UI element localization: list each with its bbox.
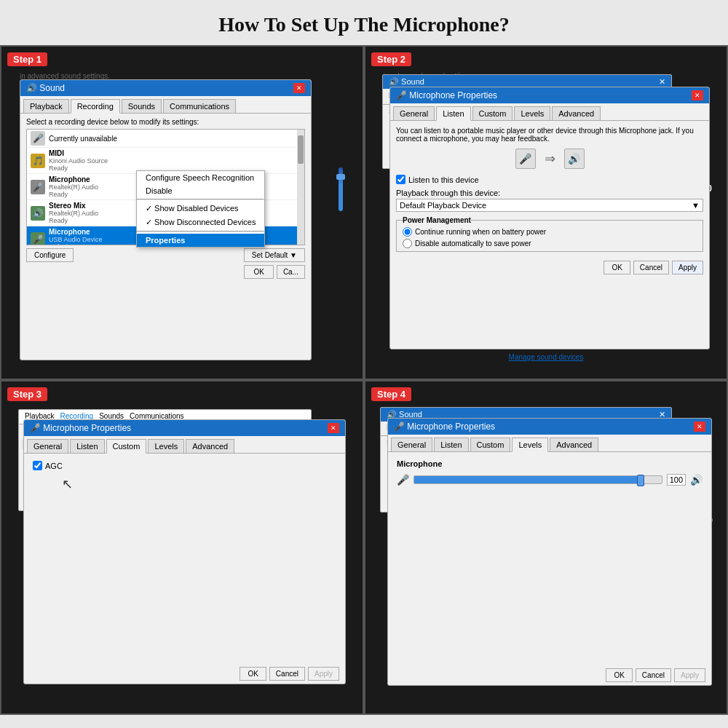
step4-tab-custom[interactable]: Custom — [470, 438, 511, 451]
step2-mic-props: 🎤 Microphone Properties ✕ General Listen… — [389, 87, 710, 349]
tab-communications[interactable]: Communications — [163, 99, 236, 113]
ctx-speech[interactable]: Configure Speech Recognition — [137, 171, 264, 184]
step2-listen-checkbox-row: Listen to this device — [396, 175, 703, 184]
step2-playback-select[interactable]: Default Playback Device ▼ — [396, 199, 703, 212]
step2-ok-btn[interactable]: OK — [604, 261, 630, 274]
step-3-cell: Step 3 Playback Recording Sounds Communi… — [0, 380, 364, 715]
step-4-label: Step 4 — [371, 387, 411, 401]
sound-tabs: Playback Recording Sounds Communications — [20, 96, 311, 114]
step4-mic-title: 🎤 Microphone Properties ✕ — [388, 419, 711, 435]
step2-listen-desc: You can listen to a portable music playe… — [396, 127, 703, 143]
tab-playback[interactable]: Playback — [23, 99, 69, 113]
device-item-unavailable: 🎤 Currently unavailable — [27, 130, 304, 148]
step4-level-slider[interactable] — [414, 475, 662, 484]
device-name-unavailable: Currently unavailable — [49, 135, 117, 143]
step2-cancel-btn[interactable]: Cancel — [633, 261, 669, 274]
step2-tab-levels[interactable]: Levels — [514, 106, 550, 120]
step3-tab-listen[interactable]: Listen — [70, 439, 104, 453]
set-default-btn[interactable]: Set Default ▼ — [244, 248, 305, 262]
step3-custom-body: AGC ↖ — [24, 454, 345, 499]
step2-playback-value: Default Playback Device — [400, 201, 486, 210]
step4-btn-row: OK Cancel Apply — [388, 665, 711, 685]
device-sub-mic2: USB Audio DeviceDefault Device — [49, 236, 103, 245]
step3-agc-row: AGC — [33, 461, 336, 470]
step2-apply-btn[interactable]: Apply — [672, 261, 703, 274]
device-name-mic1: Microphone — [49, 175, 98, 183]
step4-tab-levels[interactable]: Levels — [512, 438, 548, 452]
step2-listen-body: You can listen to a portable music playe… — [390, 121, 709, 258]
step2-power-fieldset: Power Management Continue running when o… — [396, 216, 703, 252]
step3-cancel-btn[interactable]: Cancel — [269, 667, 305, 681]
step3-mic-title: 🎤 Microphone Properties ✕ — [24, 420, 345, 436]
vol-bar-step1 — [339, 167, 343, 211]
step4-mic-title-text: 🎤 Microphone Properties — [394, 422, 495, 432]
step2-btn-row: OK Cancel Apply — [390, 258, 709, 277]
step3-tabs: General Listen Custom Levels Advanced — [24, 436, 345, 454]
step3-ok-btn[interactable]: OK — [240, 667, 266, 681]
step2-tab-listen[interactable]: Listen — [436, 106, 470, 121]
listen-checkbox[interactable] — [396, 175, 405, 184]
step3-tab-custom[interactable]: Custom — [106, 439, 147, 454]
step-2-label: Step 2 — [371, 52, 411, 66]
sound-title: 🔊 Sound — [26, 83, 65, 93]
cancel-btn[interactable]: Ca... — [277, 265, 305, 279]
step2-radio-save[interactable] — [403, 239, 412, 248]
device-sub-stereo: Realtek(R) AudioReady — [49, 210, 98, 224]
ctx-disable[interactable]: Disable — [137, 184, 264, 197]
ctx-disconnected[interactable]: ✓ Show Disconnected Devices — [137, 215, 264, 229]
step2-tab-general[interactable]: General — [393, 106, 435, 120]
device-scrollbar[interactable] — [297, 130, 304, 245]
ctx-properties[interactable]: Properties — [137, 234, 264, 247]
step2-radio-battery[interactable] — [403, 227, 412, 237]
step3-tab-advanced[interactable]: Advanced — [186, 439, 234, 453]
ctx-disabled-devices[interactable]: ✓ Show Disabled Devices — [137, 202, 264, 215]
step2-playback-label: Playback through this device: — [396, 189, 703, 197]
step2-tab-custom[interactable]: Custom — [472, 106, 513, 120]
steps-grid: Step 1 in advanced sound settings. 🔊 Sou… — [0, 45, 728, 715]
step2-dropdown-arrow: ▼ — [692, 201, 700, 210]
step4-tab-listen[interactable]: Listen — [434, 438, 468, 451]
step2-radio-battery-label: Continue running when on battery power — [415, 228, 546, 236]
configure-btn[interactable]: Configure — [26, 248, 74, 262]
step-1-screenshot: in advanced sound settings. 🔊 Sound ✕ Pl… — [12, 68, 352, 371]
step4-levels-body: Microphone 🎤 100 🔊 — [388, 452, 711, 493]
step-1-label: Step 1 — [7, 52, 47, 66]
step3-close-btn[interactable]: ✕ — [328, 423, 339, 433]
step3-apply-btn[interactable]: Apply — [308, 667, 339, 681]
step2-tab-advanced[interactable]: Advanced — [552, 106, 601, 120]
step-3-screenshot: Playback Recording Sounds Communications… — [12, 403, 352, 706]
device-icon-mic2: 🎤 — [31, 232, 45, 246]
device-icon-stereo: 🔊 — [31, 206, 45, 221]
mic-icon-box: 🎤 — [515, 149, 536, 169]
step4-mic-label: Microphone — [397, 459, 703, 468]
tab-sounds[interactable]: Sounds — [122, 99, 162, 113]
step4-ok-btn[interactable]: OK — [606, 668, 632, 682]
cursor-hint: ↖ — [62, 476, 336, 492]
step2-radio1-row: Continue running when on battery power — [403, 227, 697, 237]
device-icon-mic1: 🎤 — [31, 180, 45, 194]
device-sub-mic1: Realtek(R) AudioReady — [49, 183, 98, 198]
step4-apply-btn[interactable]: Apply — [674, 668, 705, 682]
step3-tab-levels[interactable]: Levels — [148, 439, 184, 453]
manage-sound-link[interactable]: Manage sound devices — [509, 353, 584, 361]
speaker-icon-box: 🔊 — [564, 149, 585, 169]
step-3-label: Step 3 — [7, 387, 47, 401]
step4-tab-advanced[interactable]: Advanced — [550, 438, 598, 451]
step2-radio2-row: Disable automatically to save power — [403, 239, 697, 248]
sound-ok-row: OK Ca... — [26, 265, 305, 279]
step3-tab-general[interactable]: General — [27, 439, 68, 453]
step3-mic-title-text: 🎤 Microphone Properties — [30, 423, 131, 433]
step4-cancel-btn[interactable]: Cancel — [636, 668, 671, 682]
agc-checkbox[interactable] — [33, 461, 42, 470]
step4-tab-general[interactable]: General — [391, 438, 432, 451]
device-name-mic2: Microphone — [49, 228, 103, 236]
step2-close-btn[interactable]: ✕ — [692, 90, 703, 100]
ok-btn[interactable]: OK — [244, 265, 273, 279]
step2-mic-title: 🎤 Microphone Properties ✕ — [390, 87, 709, 103]
context-menu: Configure Speech Recognition Disable ✓ S… — [136, 170, 265, 248]
step4-close-btn[interactable]: ✕ — [694, 422, 705, 432]
tab-recording[interactable]: Recording — [71, 99, 120, 114]
step2-tabs: General Listen Custom Levels Advanced — [390, 103, 709, 121]
sound-close-btn[interactable]: ✕ — [293, 83, 305, 93]
page-title: How To Set Up The Microphone? — [0, 0, 728, 45]
